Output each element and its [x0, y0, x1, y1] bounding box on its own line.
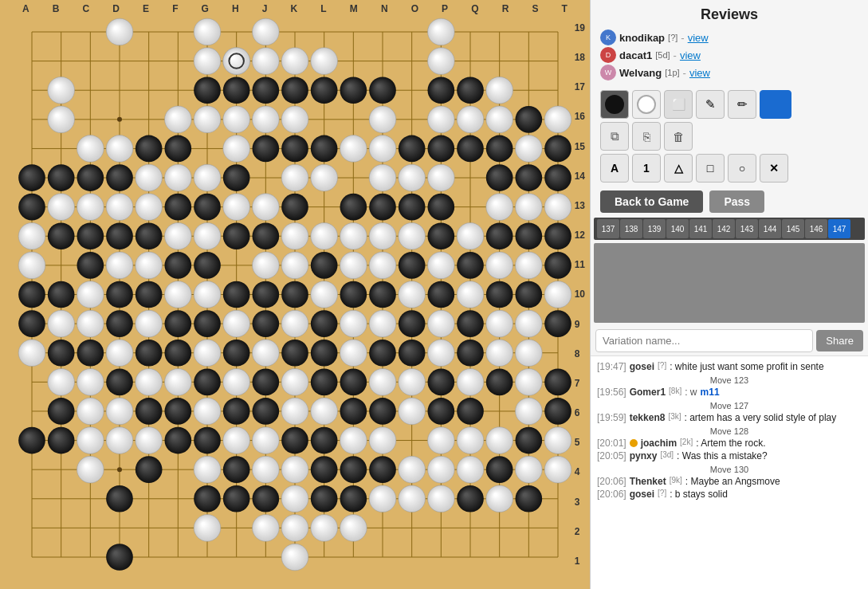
move-label-123: Move 123 [597, 375, 862, 385]
action-buttons: Back to Game Pass [591, 187, 868, 218]
reviewer-name: knodikap [619, 32, 665, 44]
reviewer-name: dacat1 [619, 49, 652, 61]
toolbar-draw-tools: ⬜ ✎ ✏ [591, 87, 868, 122]
go-board-panel: A B C D E F G H J K L M N O P Q R S T 19… [0, 0, 590, 589]
copy-btn-1[interactable]: ⧉ [600, 122, 629, 151]
move-chip-147[interactable]: 147 [828, 219, 850, 238]
copy-btn-2[interactable]: ⎘ [632, 122, 661, 151]
move-chip-137[interactable]: 137 [597, 219, 619, 238]
board-col-labels: A B C D E F G H J K L M N O P Q R S T [22, 3, 568, 14]
chat-message: [20:06] Thenket [9k] : Maybe an Angsmove [597, 476, 862, 487]
tool-erase-btn[interactable]: ⬜ [664, 90, 693, 119]
variation-input-row: Share [591, 326, 868, 355]
reviewer-rank: [1p] [665, 68, 679, 77]
toolbar-mark-tools: A 1 △ □ ○ ✕ [591, 154, 868, 187]
board-row-labels: 19 18 17 16 15 14 13 12 11 10 9 8 7 6 5 … [575, 22, 585, 567]
chat-message: [20:01] joachim [2k] : Artem the rock. [597, 438, 862, 449]
move-label-128: Move 128 [597, 426, 862, 436]
move-chip-143[interactable]: 143 [736, 219, 758, 238]
move-chip-139[interactable]: 139 [643, 219, 666, 238]
tool-stone-white-btn[interactable] [632, 90, 661, 119]
move-label-127: Move 127 [597, 401, 862, 410]
avatar-knodikap: K [600, 29, 616, 45]
chat-message: [19:59] tekken8 [3k] : artem has a very … [597, 412, 862, 423]
reviewer-name: Welvang [619, 67, 662, 79]
pass-button[interactable]: Pass [709, 190, 764, 213]
online-dot [630, 439, 638, 447]
reviewer-rank: [?] [668, 33, 678, 42]
toolbar-copy-tools: ⧉ ⎘ 🗑 [591, 122, 868, 154]
back-to-game-button[interactable]: Back to Game [600, 190, 703, 213]
chat-area[interactable]: [19:47] gosei [?] : white just want some… [591, 355, 868, 589]
reviewers-list: K knodikap [?] - view D dacat1 [5d] - vi… [591, 26, 868, 87]
move-chip-144[interactable]: 144 [759, 219, 781, 238]
move-chip-145[interactable]: 145 [782, 219, 804, 238]
tool-pen-btn[interactable]: ✏ [728, 90, 756, 119]
move-chip-141[interactable]: 141 [689, 219, 712, 238]
move-chip-138[interactable]: 138 [620, 219, 642, 238]
chat-message: [20:05] pynxy [3d] : Was this a mistake? [597, 450, 862, 461]
mark-letter-btn[interactable]: A [600, 154, 629, 183]
chat-message: [20:06] gosei [?] : b stays solid [597, 489, 862, 500]
reviewer-view-knodikap[interactable]: view [688, 32, 709, 44]
reviewer-row: D dacat1 [5d] - view [600, 47, 858, 63]
reviews-title: Reviews [591, 0, 868, 26]
tool-stone-black-btn[interactable] [600, 90, 629, 119]
mark-square-btn[interactable]: □ [696, 154, 725, 183]
chat-message: [19:47] gosei [?] : white just want some… [597, 361, 862, 372]
move-strip[interactable]: 137 138 139 140 141 142 143 144 145 146 … [594, 218, 865, 240]
reviewer-view-dacat1[interactable]: view [680, 49, 701, 61]
avatar-welvang: W [600, 65, 616, 80]
move-label-130: Move 130 [597, 465, 862, 474]
mark-number-btn[interactable]: 1 [632, 154, 661, 183]
move-chip-142[interactable]: 142 [713, 219, 735, 238]
tool-blue-btn[interactable] [760, 90, 791, 119]
reviewer-rank: [5d] [655, 50, 670, 60]
avatar-dacat1: D [600, 47, 616, 63]
share-button[interactable]: Share [816, 330, 863, 351]
reviewer-row: K knodikap [?] - view [600, 29, 858, 45]
mark-x-btn[interactable]: ✕ [760, 154, 788, 183]
review-panel: Reviews K knodikap [?] - view D dacat1 [… [590, 0, 868, 589]
tool-pencil-btn[interactable]: ✎ [696, 90, 725, 119]
mark-triangle-btn[interactable]: △ [664, 154, 693, 183]
mark-circle-btn[interactable]: ○ [728, 154, 756, 183]
delete-btn[interactable]: 🗑 [664, 122, 693, 151]
variation-name-input[interactable] [595, 329, 813, 352]
reviewer-view-welvang[interactable]: view [689, 67, 710, 79]
variation-display-area [594, 243, 865, 323]
reviewer-row: W Welvang [1p] - view [600, 65, 858, 80]
move-strip-container: 137 138 139 140 141 142 143 144 145 146 … [594, 218, 865, 240]
board-canvas[interactable] [18, 18, 572, 571]
move-chip-146[interactable]: 146 [805, 219, 827, 238]
chat-message: [19:56] Gomer1 [8k] : w m11 [597, 387, 862, 398]
move-chip-140[interactable]: 140 [666, 219, 689, 238]
